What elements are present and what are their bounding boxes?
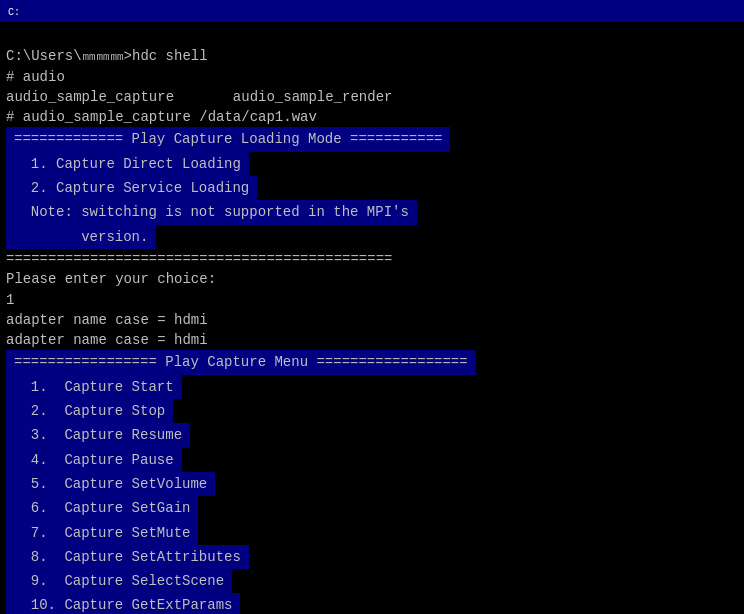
terminal-window[interactable]: C:\Users\㎜㎜㎜>hdc shell # audio audio_sam… <box>0 22 744 614</box>
menu-line: version. <box>6 225 156 249</box>
menu-line: 2. Capture Service Loading <box>6 176 257 200</box>
menu-line: Note: switching is not supported in the … <box>6 200 417 224</box>
menu-line: 1. Capture Start <box>6 375 182 399</box>
menu-line: 6. Capture SetGain <box>6 496 198 520</box>
menu-line: 8. Capture SetAttributes <box>6 545 249 569</box>
terminal-line: audio_sample_capture audio_sample_render <box>6 89 392 105</box>
menu-line: 3. Capture Resume <box>6 423 190 447</box>
menu-line: 5. Capture SetVolume <box>6 472 215 496</box>
svg-text:C:: C: <box>8 7 20 18</box>
menu-line: 7. Capture SetMute <box>6 521 198 545</box>
terminal-line: C:\Users\㎜㎜㎜>hdc shell <box>6 48 208 64</box>
terminal-line: # audio <box>6 69 65 85</box>
cmd-icon: C: <box>6 3 22 19</box>
terminal-line: # audio_sample_capture /data/cap1.wav <box>6 109 317 125</box>
menu-line: ============= Play Capture Loading Mode … <box>6 127 450 151</box>
menu-line: 10. Capture GetExtParams <box>6 593 240 614</box>
menu-line: 2. Capture Stop <box>6 399 173 423</box>
terminal-line: 1 <box>6 292 14 308</box>
menu-line: ================= Play Capture Menu ====… <box>6 350 476 374</box>
menu-line: 1. Capture Direct Loading <box>6 152 249 176</box>
terminal-line: Please enter your choice: <box>6 271 216 287</box>
title-bar: C: <box>0 0 744 22</box>
menu-line: 9. Capture SelectScene <box>6 569 232 593</box>
menu-line: 4. Capture Pause <box>6 448 182 472</box>
terminal-line: ========================================… <box>6 251 392 267</box>
terminal-line: adapter name case = hdmi <box>6 332 208 348</box>
terminal-line: adapter name case = hdmi <box>6 312 208 328</box>
